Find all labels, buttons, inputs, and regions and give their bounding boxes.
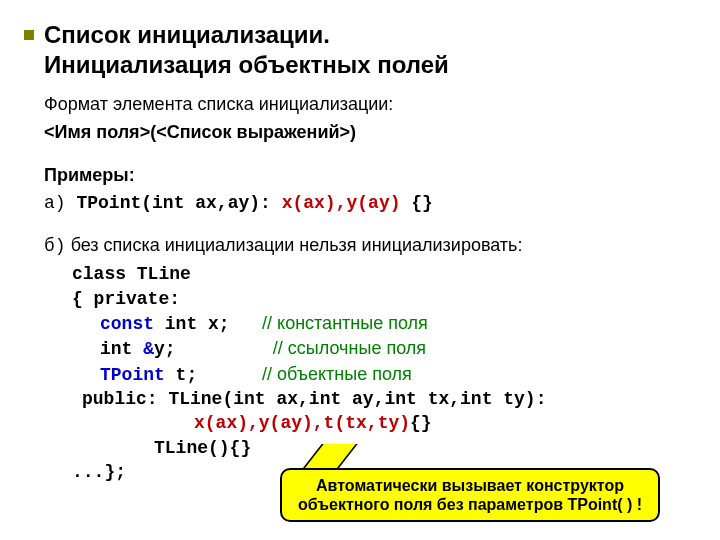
example-b-line: б) без списка инициализации нельзя иници… <box>44 233 690 258</box>
comment-obj: // объектные поля <box>262 364 412 384</box>
code-l3: const int x; // константные поля <box>44 311 690 336</box>
ex-a-init-list: x(ax),y(ay) <box>271 193 411 213</box>
callout-box: Автоматически вызывает конструктор объек… <box>280 468 660 522</box>
code-l5-rest: t; <box>165 365 197 385</box>
comment-ref: // ссылочные поля <box>273 338 426 358</box>
callout-text: Автоматически вызывает конструктор объек… <box>298 477 642 513</box>
examples-label: Примеры: <box>44 163 690 187</box>
title-line-2: Инициализация объектных полей <box>44 51 449 78</box>
code-l6: public: TLine(int ax,int ay,int tx,int t… <box>44 387 690 411</box>
slide-container: Список инициализации. Инициализация объе… <box>0 0 720 540</box>
code-l3-rest: int x; <box>154 314 230 334</box>
slide-title: Список инициализации. Инициализация объе… <box>44 20 690 80</box>
example-a: а) TPoint(int ax,ay): x(ax),y(ay) {} <box>44 191 690 215</box>
code-l5: TPoint t; // объектные поля <box>44 362 690 387</box>
code-l4-post: y; <box>154 339 176 359</box>
init-list-red: x(ax),y(ay),t(tx,ty) <box>194 413 410 433</box>
code-l1: class TLine <box>44 262 690 286</box>
ex-b-text: без списка инициализации нельзя инициали… <box>71 235 523 255</box>
bullet-decor <box>24 30 34 40</box>
ampersand: & <box>143 339 154 359</box>
code-l8: TLine(){} <box>44 436 690 460</box>
marker-a: а) <box>44 193 66 213</box>
format-template: <Имя поля>(<Список выражений>) <box>44 120 690 144</box>
code-l7: x(ax),y(ay),t(tx,ty){} <box>44 411 690 435</box>
code-l4-pre: int <box>100 339 143 359</box>
code-l2: { private: <box>44 287 690 311</box>
callout: Автоматически вызывает конструктор объек… <box>280 468 660 522</box>
type-tpoint: TPoint <box>100 365 165 385</box>
code-l7-suffix: {} <box>410 413 432 433</box>
ex-a-suffix: {} <box>411 193 433 213</box>
keyword-const: const <box>100 314 154 334</box>
comment-const: // константные поля <box>262 313 428 333</box>
format-intro: Формат элемента списка инициализации: <box>44 92 690 116</box>
body: Формат элемента списка инициализации: <И… <box>44 92 690 484</box>
ex-a-prefix: TPoint(int ax,ay): <box>76 193 270 213</box>
marker-b: б) <box>44 236 66 256</box>
title-line-1: Список инициализации. <box>44 21 330 48</box>
code-l4: int &y; // ссылочные поля <box>44 336 690 361</box>
